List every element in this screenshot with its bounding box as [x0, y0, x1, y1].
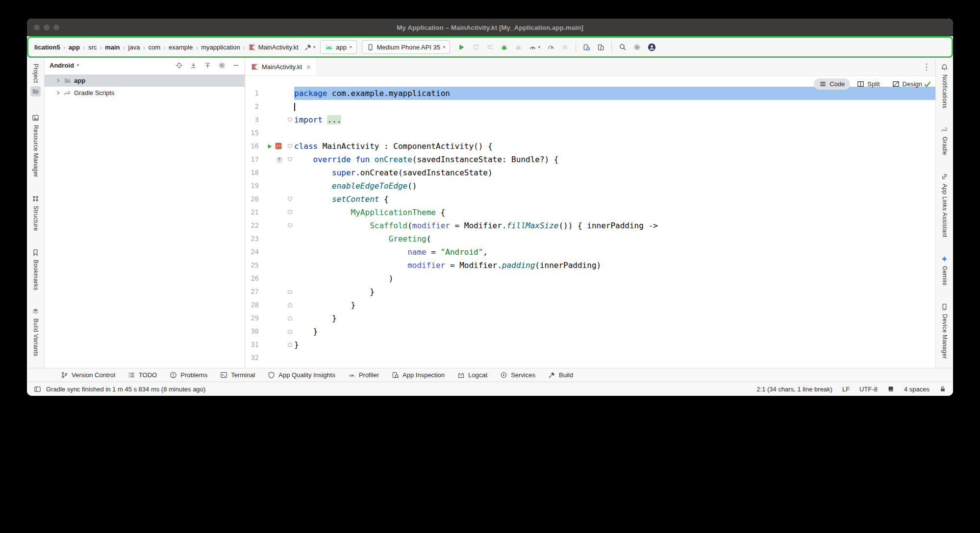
view-mode-split[interactable]: Split: [852, 78, 885, 90]
breadcrumb-item-src[interactable]: src: [87, 43, 98, 52]
tool-stripe-app-links-assistant[interactable]: App Links Assistant: [941, 173, 948, 238]
tool-stripe-notifications[interactable]: Notifications: [941, 64, 948, 108]
code-line-16[interactable]: 16class MainActivity : ComponentActivity…: [245, 140, 935, 153]
code-line-19[interactable]: 19 enableEdgeToEdge(): [245, 179, 935, 193]
inspections-ok-check-icon[interactable]: [923, 80, 931, 88]
code-line-25[interactable]: 25 modifier = Modifier.padding(innerPadd…: [245, 259, 935, 272]
editor-options-icon[interactable]: ⋮: [922, 62, 930, 72]
zoom-window-button[interactable]: [53, 24, 59, 30]
breadcrumb-item-lication5[interactable]: lication5: [33, 43, 61, 52]
tool-stripe-gemini[interactable]: Gemini: [941, 255, 948, 286]
view-options-button[interactable]: [218, 62, 226, 69]
project-view-select[interactable]: Android: [50, 62, 74, 69]
fold-marker-icon[interactable]: [287, 196, 293, 202]
tool-window-button-app-inspection[interactable]: App Inspection: [385, 368, 451, 382]
lock-icon[interactable]: [939, 386, 946, 392]
minimize-window-button[interactable]: [44, 24, 50, 30]
tool-window-button-terminal[interactable]: Terminal: [214, 368, 261, 382]
stop-button[interactable]: [561, 44, 569, 51]
tool-stripe-build-variants[interactable]: Build Variants: [32, 308, 39, 356]
collapse-all-button[interactable]: [204, 62, 211, 69]
device-streaming-button[interactable]: [583, 44, 590, 51]
breadcrumb-item-main[interactable]: main: [104, 43, 121, 52]
code-line-23[interactable]: 23 Greeting(: [245, 232, 935, 245]
tool-stripe-resource-manager[interactable]: Resource Manager: [32, 114, 39, 177]
code-line-17[interactable]: 17 override fun onCreate(savedInstanceSt…: [245, 153, 935, 166]
hide-panel-button[interactable]: [232, 62, 240, 69]
apply-changes-button[interactable]: [472, 44, 479, 51]
breadcrumb-item-myapplication[interactable]: myapplication: [200, 43, 241, 52]
code-line-3[interactable]: 3import ...: [245, 113, 935, 126]
run-button[interactable]: [458, 44, 465, 51]
tool-window-button-services[interactable]: Services: [494, 368, 542, 382]
tool-window-button-build[interactable]: Build: [542, 368, 579, 382]
status-file-encoding[interactable]: UTF-8: [859, 386, 878, 393]
code-line-20[interactable]: 20 setContent {: [245, 193, 935, 206]
fold-marker-icon[interactable]: [287, 302, 293, 308]
code-line-2[interactable]: 2: [245, 100, 935, 113]
titlebar[interactable]: My Application – MainActivity.kt [My_App…: [27, 19, 953, 36]
code-line-21[interactable]: 21 MyApplicationTheme {: [245, 206, 935, 219]
view-mode-design[interactable]: Design: [887, 78, 928, 90]
code-line-31[interactable]: 31}: [245, 338, 935, 351]
tool-stripe-bookmarks[interactable]: Bookmarks: [32, 249, 39, 291]
tool-window-button-version-control[interactable]: Version Control: [54, 368, 122, 382]
status-indent-setting[interactable]: 4 spaces: [904, 386, 930, 393]
run-config-select[interactable]: app ▾: [320, 40, 356, 54]
close-window-button[interactable]: [34, 24, 40, 30]
fold-marker-icon[interactable]: [287, 157, 293, 162]
tool-window-button-todo[interactable]: TODO: [122, 368, 163, 382]
device-select[interactable]: Medium Phone API 35 ▾: [362, 40, 451, 54]
expand-all-button[interactable]: [190, 62, 197, 69]
code-line-18[interactable]: 18 super.onCreate(savedInstanceState): [245, 166, 935, 179]
fold-marker-icon[interactable]: [287, 210, 293, 215]
view-mode-code[interactable]: Code: [814, 78, 850, 90]
status-line-separator[interactable]: LF: [842, 386, 850, 393]
debug-button[interactable]: [501, 44, 508, 51]
code-editor[interactable]: CodeSplitDesign 1package com.example.mya…: [245, 76, 935, 368]
breadcrumb-item-example[interactable]: example: [168, 43, 194, 52]
search-everywhere-button[interactable]: [619, 43, 627, 51]
code-line-28[interactable]: 28 }: [245, 298, 935, 312]
tool-stripe-device-manager[interactable]: Device Manager: [941, 303, 948, 359]
code-line-24[interactable]: 24 name = "Android",: [245, 245, 935, 259]
breadcrumb-item-app[interactable]: app: [68, 43, 81, 52]
settings-button[interactable]: [633, 44, 641, 51]
breadcrumb-item-java[interactable]: java: [127, 43, 141, 52]
fold-marker-icon[interactable]: [287, 289, 293, 294]
breadcrumb-item-mainactivity-kt[interactable]: MainActivity.kt: [248, 43, 300, 52]
status-caret-position[interactable]: 2:1 (34 chars, 1 line break): [756, 386, 832, 393]
chevron-right-icon[interactable]: [55, 90, 61, 96]
fold-marker-icon[interactable]: [287, 223, 293, 228]
close-tab-icon[interactable]: ×: [306, 63, 311, 71]
attach-debugger-button[interactable]: [515, 44, 522, 51]
build-menu-button[interactable]: ▾: [304, 44, 316, 51]
code-line-32[interactable]: 32: [245, 351, 935, 364]
tool-stripe-gradle[interactable]: Gradle: [941, 126, 948, 155]
tree-item-app[interactable]: app: [45, 74, 245, 87]
code-line-29[interactable]: 29 }: [245, 312, 935, 325]
book-icon[interactable]: [887, 386, 894, 392]
apply-code-changes-button[interactable]: [486, 44, 494, 51]
run-gutter-icon[interactable]: [267, 144, 273, 149]
fold-marker-icon[interactable]: [287, 117, 293, 122]
tool-window-button-profiler[interactable]: Profiler: [342, 368, 385, 382]
tool-window-button-problems[interactable]: Problems: [163, 368, 214, 382]
fold-marker-icon[interactable]: [287, 315, 293, 321]
code-line-15[interactable]: 15: [245, 126, 935, 140]
code-line-22[interactable]: 22 Scaffold(modifier = Modifier.fillMaxS…: [245, 219, 935, 232]
fold-marker-icon[interactable]: [287, 342, 293, 347]
tree-item-gradle-scripts[interactable]: Gradle Scripts: [45, 87, 245, 99]
running-devices-button[interactable]: [597, 44, 604, 51]
locate-file-button[interactable]: [176, 62, 183, 69]
profiler-button[interactable]: ▾: [529, 44, 540, 51]
tool-window-button-logcat[interactable]: Logcat: [451, 368, 494, 382]
breadcrumb-item-com[interactable]: com: [147, 43, 161, 52]
chevron-right-icon[interactable]: [55, 78, 61, 83]
code-line-30[interactable]: 30 }: [245, 325, 935, 338]
compose-preview-icon[interactable]: [275, 143, 282, 150]
editor-tab[interactable]: MainActivity.kt ×: [245, 58, 317, 75]
profile-app-button[interactable]: [547, 44, 554, 51]
window-layout-icon[interactable]: [34, 386, 41, 393]
override-method-icon[interactable]: [276, 157, 282, 163]
